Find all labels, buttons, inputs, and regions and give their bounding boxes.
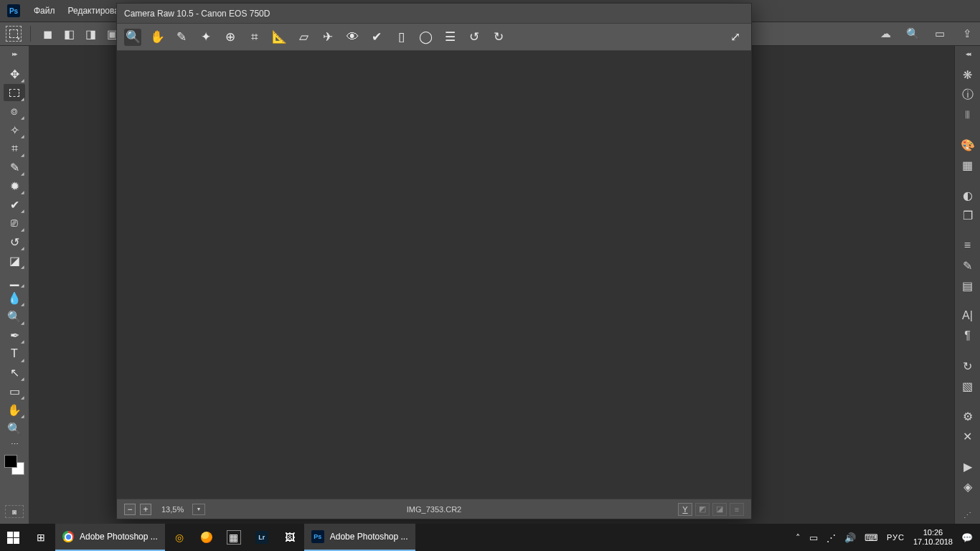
cr-zoom-tool[interactable]: 🔍 bbox=[124, 29, 141, 46]
expand-toolbox-icon[interactable]: ▸▸ bbox=[12, 50, 17, 57]
cr-settings-button[interactable]: ≡ bbox=[730, 503, 744, 516]
selection-new-icon[interactable]: ◼ bbox=[39, 26, 55, 42]
cr-crop-tool[interactable]: ⌗ bbox=[246, 29, 263, 46]
taskbar-app-photoshop[interactable]: Ps Adobe Photoshop ... bbox=[304, 524, 415, 551]
cr-rotate-ccw-icon[interactable]: ↺ bbox=[466, 29, 483, 46]
quick-select-tool[interactable]: ✧◢ bbox=[4, 121, 25, 138]
camera-raw-titlebar[interactable]: Camera Raw 10.5 - Canon EOS 750D bbox=[117, 4, 751, 24]
tray-clock[interactable]: 10:26 17.10.2018 bbox=[913, 528, 953, 547]
cr-spot-removal-tool[interactable]: ✈ bbox=[319, 29, 336, 46]
cr-transform-tool[interactable]: ▱ bbox=[295, 29, 312, 46]
tray-time: 10:26 bbox=[913, 528, 953, 537]
blur-tool[interactable]: 💧◢ bbox=[4, 289, 25, 306]
cr-zoom-out-button[interactable]: − bbox=[124, 504, 136, 515]
selection-add-icon[interactable]: ◧ bbox=[61, 26, 77, 42]
taskbar-app-lightroom[interactable]: Lr bbox=[248, 524, 275, 551]
layers-panel-icon[interactable]: ❐ bbox=[958, 207, 978, 224]
cr-white-balance-tool[interactable]: ✎ bbox=[173, 29, 190, 46]
rectangular-marquee-tool[interactable]: ◢ bbox=[4, 84, 25, 101]
shape-tool[interactable]: ▭◢ bbox=[4, 382, 25, 400]
taskbar-app-avast[interactable]: ◎ bbox=[165, 524, 194, 551]
task-view-button[interactable]: ⊞ bbox=[27, 524, 55, 551]
cr-rotate-cw-icon[interactable]: ↻ bbox=[490, 29, 507, 46]
tray-keyboard-icon[interactable]: ⌨ bbox=[864, 532, 878, 543]
cr-fullscreen-icon[interactable]: ⤢ bbox=[727, 29, 744, 46]
expand-dock-icon[interactable]: ◂◂ bbox=[966, 50, 970, 57]
eraser-tool[interactable]: ◪◢ bbox=[4, 252, 25, 269]
tray-overflow-icon[interactable]: ˄ bbox=[796, 532, 801, 543]
panel-icon-3[interactable]: ▤ bbox=[958, 277, 978, 294]
info-panel-icon[interactable]: ⓘ bbox=[958, 86, 978, 103]
taskbar-app-photos[interactable]: 🖼 bbox=[275, 524, 304, 551]
taskbar-app-chrome[interactable]: Adobe Photoshop ... bbox=[55, 524, 165, 551]
adjust-panel-icon[interactable]: ◐ bbox=[958, 187, 978, 204]
cr-before-after-button[interactable]: Y bbox=[678, 503, 692, 516]
dock-resize-handle[interactable]: ⋰ bbox=[958, 511, 978, 521]
cr-highlight-clip-button[interactable]: ◪ bbox=[712, 503, 727, 516]
navigator-panel-icon[interactable]: ▧ bbox=[958, 377, 978, 395]
search-icon[interactable]: 🔍 bbox=[904, 25, 921, 42]
paragraph-panel-icon[interactable]: ¶ bbox=[958, 327, 978, 344]
quick-mask-icon[interactable]: ◙ bbox=[5, 505, 24, 518]
windows-logo-icon bbox=[7, 532, 19, 544]
cr-radial-filter-tool[interactable]: ◯ bbox=[417, 29, 434, 46]
tray-battery-icon[interactable]: ▭ bbox=[809, 532, 818, 543]
gradient-tool[interactable]: ▁◢ bbox=[4, 270, 25, 288]
selection-subtract-icon[interactable]: ◨ bbox=[83, 26, 98, 42]
windows-taskbar: ⊞ Adobe Photoshop ... ◎ ▦ Lr 🖼 Ps Adobe … bbox=[0, 524, 980, 551]
panel-icon-1[interactable]: ≡ bbox=[958, 237, 978, 254]
healing-brush-tool[interactable]: ✹◢ bbox=[4, 177, 25, 194]
cr-straighten-tool[interactable]: 📐 bbox=[270, 29, 288, 46]
cloud-icon[interactable]: ☁ bbox=[877, 25, 894, 42]
cr-redeye-tool[interactable]: 👁 bbox=[344, 29, 361, 46]
panel-icon-2[interactable]: ✎ bbox=[958, 257, 978, 274]
pen-tool[interactable]: ✒◢ bbox=[4, 326, 25, 344]
dodge-tool[interactable]: 🔍◢ bbox=[4, 308, 25, 325]
cr-graduated-filter-tool[interactable]: ▯ bbox=[392, 29, 410, 46]
lasso-tool[interactable]: ⌾◢ bbox=[4, 103, 25, 120]
move-tool[interactable]: ✥◢ bbox=[4, 65, 25, 83]
eyedropper-tool[interactable]: ✎◢ bbox=[4, 159, 25, 176]
tray-notifications-icon[interactable]: 💬 bbox=[961, 532, 973, 543]
menu-file[interactable]: Файл bbox=[27, 0, 62, 22]
cr-color-sampler-tool[interactable]: ✦ bbox=[197, 29, 215, 46]
hand-tool[interactable]: ✋◢ bbox=[4, 401, 25, 418]
start-button[interactable] bbox=[0, 524, 27, 551]
share-icon[interactable]: ⇪ bbox=[958, 25, 976, 42]
cr-zoom-dropdown[interactable]: ▾ bbox=[192, 504, 205, 515]
actions-panel-icon[interactable]: ▶ bbox=[958, 458, 978, 475]
workspace-switcher-icon[interactable]: ▭ bbox=[931, 25, 948, 42]
channels-panel-icon[interactable]: ◈ bbox=[958, 478, 978, 495]
history-brush-tool[interactable]: ↺◢ bbox=[4, 233, 25, 250]
cr-target-adjust-tool[interactable]: ⊕ bbox=[222, 29, 239, 46]
active-tool-preset[interactable]: ▾ bbox=[6, 26, 22, 42]
character-panel-icon[interactable]: A| bbox=[958, 307, 978, 324]
taskbar-app-calculator[interactable]: ▦ bbox=[220, 524, 248, 551]
tray-volume-icon[interactable]: 🔊 bbox=[844, 532, 856, 543]
tray-wifi-icon[interactable]: ⋰ bbox=[826, 532, 836, 543]
clone-stamp-tool[interactable]: ⎚◢ bbox=[4, 215, 25, 232]
histogram-panel-icon[interactable]: ⫴ bbox=[958, 106, 978, 123]
taskbar-app-firefox[interactable] bbox=[194, 524, 220, 551]
type-tool[interactable]: T◢ bbox=[4, 345, 25, 362]
crop-tool[interactable]: ⌗◢ bbox=[4, 140, 25, 157]
cr-zoom-in-button[interactable]: + bbox=[140, 504, 151, 515]
foreground-color-swatch[interactable] bbox=[4, 455, 17, 468]
more-tools-icon[interactable]: ⋯ bbox=[4, 438, 25, 450]
path-select-tool[interactable]: ↖◢ bbox=[4, 364, 25, 381]
zoom-tool[interactable]: 🔍 bbox=[4, 420, 25, 437]
cr-hand-tool[interactable]: ✋ bbox=[149, 29, 166, 46]
tray-language[interactable]: РУС bbox=[887, 533, 905, 542]
cr-adjustment-brush-tool[interactable]: ✔ bbox=[368, 29, 385, 46]
color-panel-icon[interactable]: ❋ bbox=[958, 66, 978, 83]
styles-panel-icon[interactable]: ▦ bbox=[958, 156, 978, 174]
brush-tool[interactable]: ✔◢ bbox=[4, 196, 25, 213]
cr-shadow-clip-button[interactable]: ◩ bbox=[695, 503, 710, 516]
cr-preferences-icon[interactable]: ☰ bbox=[441, 29, 458, 46]
camera-raw-preview-area[interactable] bbox=[117, 51, 751, 499]
color-swatches[interactable] bbox=[4, 455, 24, 475]
properties-panel-icon[interactable]: ⚙ bbox=[958, 408, 978, 425]
3d-panel-icon[interactable]: ↻ bbox=[958, 357, 978, 375]
swatches-panel-icon[interactable]: 🎨 bbox=[958, 136, 978, 154]
tools-panel-icon[interactable]: ✕ bbox=[958, 428, 978, 445]
